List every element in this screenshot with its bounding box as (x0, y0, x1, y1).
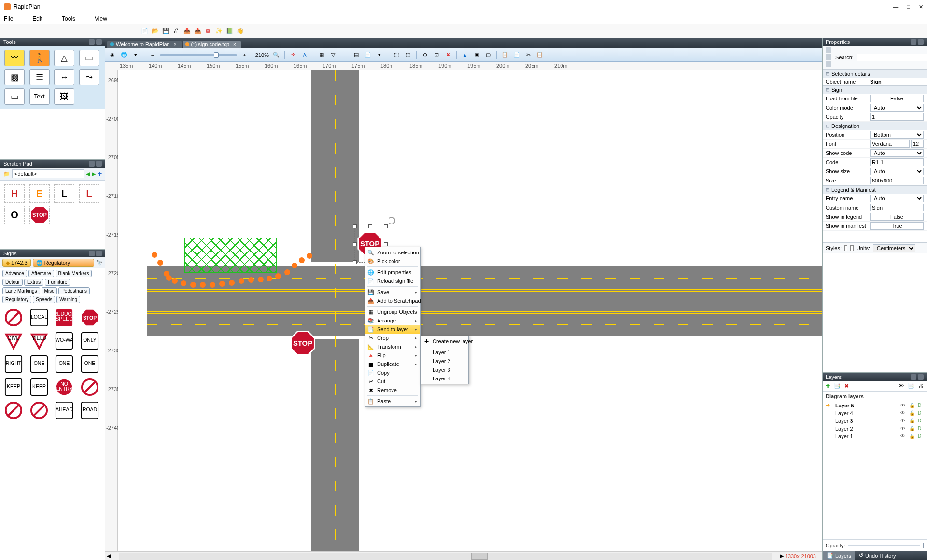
eye-icon[interactable]: 👁 (900, 418, 906, 424)
sign-item[interactable]: ONE (80, 354, 100, 374)
prop-section-hdr[interactable]: Designation (823, 122, 927, 130)
layer-del-icon[interactable]: ✖ (844, 383, 849, 389)
traffic-cone[interactable] (258, 277, 264, 282)
ctx-item[interactable]: 🎨Pick color (365, 257, 420, 266)
prop-value-input[interactable] (870, 158, 924, 166)
scratch-item[interactable]: E (29, 184, 50, 203)
scratch-item[interactable]: O (4, 206, 25, 224)
ctx-item[interactable]: ▦Ungroup Objects (365, 308, 420, 316)
sign-item[interactable]: ONE (54, 354, 74, 374)
sign-tag[interactable]: Warning (56, 296, 80, 303)
prop-value-select[interactable]: Auto (870, 104, 924, 112)
ctx-sub-item[interactable]: Layer 3 (421, 365, 468, 374)
sign-item[interactable]: YIELD (29, 331, 49, 351)
prop-fontsize-input[interactable] (911, 140, 924, 148)
prop-section-hdr[interactable]: Legend & Manifest (823, 185, 927, 194)
tool-road[interactable]: 〰 (4, 50, 25, 66)
sign-item[interactable]: KEEP (29, 377, 49, 397)
cb-globe-icon[interactable]: 🌐 (120, 51, 128, 59)
layer-lock-icon[interactable]: 📑 (908, 383, 914, 389)
sign-item[interactable]: LOCAL (29, 308, 49, 328)
sign-tag[interactable]: Aftercare (28, 270, 54, 277)
scratch-prev-icon[interactable]: ◀ (86, 171, 90, 177)
lock-icon[interactable]: 🔒 (909, 418, 915, 424)
layer-dup-icon[interactable]: 📑 (834, 383, 841, 389)
ctx-item[interactable]: 📐Transform (365, 342, 420, 351)
h-scrollbar[interactable] (119, 553, 772, 560)
tb-import-icon[interactable]: 📥 (193, 27, 202, 35)
tb-wand-icon[interactable]: ✨ (214, 27, 223, 35)
sign-tag[interactable]: Misc (42, 287, 57, 294)
ctx-item[interactable]: 📑Send to layer (365, 325, 420, 334)
prop-section-hdr[interactable]: Sign (823, 85, 927, 94)
tb-new-icon[interactable]: 📄 (140, 27, 149, 35)
tab-signcode[interactable]: (*) sign code.tcp× (183, 41, 241, 48)
ctx-item[interactable]: 💾Save (365, 288, 420, 296)
signs-search-icon[interactable]: 🔭 (96, 260, 103, 266)
print-icon[interactable]: D (918, 418, 924, 424)
menu-view[interactable]: View (95, 15, 107, 22)
sign-item[interactable]: REDUCESPEED (54, 308, 74, 328)
sign-tag[interactable]: Regulatory (2, 296, 31, 303)
rotate-handle-icon[interactable] (388, 217, 395, 224)
layer-row[interactable]: Layer 3👁🔒D (823, 417, 927, 425)
ctx-sub-item[interactable]: Layer 4 (421, 374, 468, 383)
traffic-cone[interactable] (267, 276, 272, 281)
lock-icon[interactable]: 🔒 (909, 434, 915, 439)
sign-item[interactable]: ONE (29, 354, 49, 374)
layer-add-icon[interactable]: ✚ (826, 383, 830, 389)
ctx-item[interactable]: 🌐Edit properties (365, 268, 420, 277)
tab-welcome[interactable]: Welcome to RapidPlan× (107, 41, 182, 48)
units-select[interactable]: Centimeters (873, 244, 915, 252)
sign-tag[interactable]: Speeds (33, 296, 55, 303)
tb-exit-icon[interactable]: 👋 (236, 27, 244, 35)
sign-tag[interactable]: Pedestrians (58, 287, 90, 294)
print-icon[interactable]: D (918, 410, 924, 416)
minimize-button[interactable]: — (893, 4, 898, 10)
traffic-cone[interactable] (166, 275, 172, 281)
scratch-item[interactable]: L (54, 184, 74, 203)
layer-row[interactable]: ➔Layer 5👁🔒D (823, 401, 927, 409)
canvas[interactable]: STOP STOP 🔍Zoom to selection🎨Pick color🌐… (118, 70, 822, 551)
menu-file[interactable]: File (4, 15, 13, 22)
traffic-cone[interactable] (210, 282, 215, 288)
sign-item[interactable]: TWO-WAY (54, 331, 74, 351)
cb-group-icon[interactable]: ⬚ (392, 51, 401, 59)
scratch-item[interactable]: L (79, 184, 99, 203)
traffic-cone[interactable] (275, 273, 281, 279)
layer-vis-icon[interactable]: 👁 (899, 383, 904, 389)
traffic-cone[interactable] (190, 282, 196, 288)
tool-hatch[interactable]: ▩ (4, 69, 25, 85)
prop-section-hdr[interactable]: Selection details (823, 70, 927, 78)
lock-icon[interactable]: 🔒 (909, 403, 915, 408)
prop-value-input[interactable] (870, 177, 924, 184)
cb-home-icon[interactable]: ◉ (108, 51, 117, 59)
cb-page-icon[interactable]: ▤ (352, 51, 361, 59)
tb-save-icon[interactable]: 💾 (161, 27, 170, 35)
layer-prn-icon[interactable]: 🖨 (918, 383, 924, 389)
signs-category[interactable]: 🌐 Regulatory (33, 259, 94, 267)
ctx-item[interactable]: ✖Remove (365, 386, 420, 394)
traffic-cone[interactable] (248, 277, 254, 283)
traffic-cone[interactable] (200, 282, 206, 288)
sign-item[interactable]: KEEP (3, 377, 24, 397)
sign-item[interactable] (80, 377, 100, 397)
sign-tag[interactable]: Lane Markings (2, 287, 40, 294)
menu-edit[interactable]: Edit (32, 15, 42, 22)
maximize-button[interactable]: □ (907, 4, 910, 10)
tool-text[interactable]: Text (29, 88, 50, 105)
prop-value-select[interactable]: Auto (870, 149, 924, 157)
work-zone-hatch[interactable] (184, 238, 277, 273)
print-icon[interactable]: D (918, 434, 924, 439)
sign-tag[interactable]: Advance (2, 270, 27, 277)
scratch-default-input[interactable] (12, 169, 84, 178)
scratch-next-icon[interactable]: ▶ (92, 171, 96, 177)
cb-del-icon[interactable]: ✖ (444, 51, 452, 59)
prop-value-toggle[interactable]: False (870, 213, 924, 221)
scratch-item-stop[interactable]: STOP (29, 206, 50, 224)
prop-value-input[interactable] (870, 140, 910, 148)
sign-item[interactable]: GIVE (3, 331, 24, 351)
cb-ungroup-icon[interactable]: ⬚ (404, 51, 412, 59)
traffic-cone[interactable] (219, 281, 225, 287)
traffic-cone[interactable] (284, 269, 290, 275)
